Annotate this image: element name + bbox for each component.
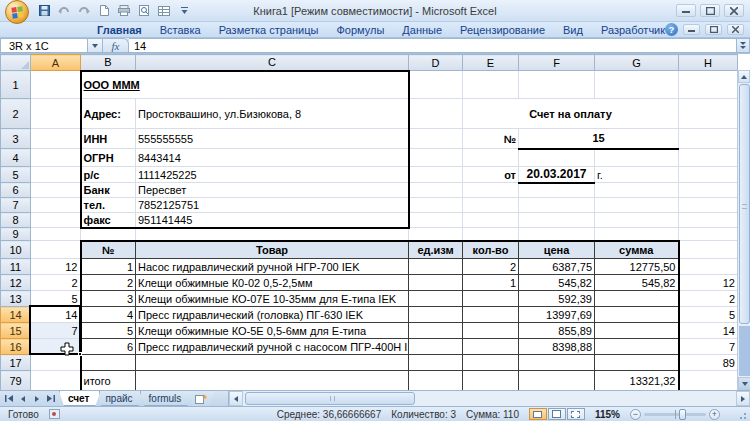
cell-a17[interactable] bbox=[31, 355, 81, 371]
cell-a16-selected[interactable] bbox=[31, 339, 81, 355]
cell[interactable] bbox=[409, 129, 463, 149]
help-icon[interactable]: ? bbox=[665, 23, 678, 36]
tab-formulas[interactable]: Формулы bbox=[327, 22, 393, 38]
cell-a12[interactable]: 2 bbox=[31, 275, 81, 291]
cell-a4[interactable] bbox=[31, 149, 81, 167]
tab-review[interactable]: Рецензирование bbox=[451, 22, 554, 38]
cell[interactable] bbox=[679, 198, 738, 213]
cell-item-product[interactable]: Насос гидравлический ручной НГР-700 IEK bbox=[136, 259, 409, 275]
cell[interactable] bbox=[409, 198, 463, 213]
cell-value-fax[interactable]: 951141445 bbox=[136, 213, 409, 228]
row-header-7[interactable]: 7 bbox=[1, 198, 31, 213]
cell-a1[interactable] bbox=[31, 71, 81, 99]
cell[interactable] bbox=[595, 71, 679, 99]
cell-item-product[interactable]: Клещи обжимные К0-02 0,5-2,5мм bbox=[136, 275, 409, 291]
cell-item-qty[interactable] bbox=[463, 307, 519, 323]
formula-input[interactable]: 14 bbox=[129, 38, 737, 53]
select-all-corner[interactable] bbox=[1, 55, 31, 71]
cell-item-sum[interactable] bbox=[595, 307, 679, 323]
row-header-6[interactable]: 6 bbox=[1, 183, 31, 198]
cell[interactable] bbox=[463, 371, 519, 391]
resize-grip[interactable] bbox=[736, 409, 746, 419]
vertical-scroll-track[interactable] bbox=[739, 326, 750, 376]
cell-label-fax[interactable]: факс bbox=[81, 213, 136, 228]
column-header-b[interactable]: B bbox=[81, 55, 136, 71]
cell-item-price[interactable]: 855,89 bbox=[519, 323, 595, 339]
column-header-d[interactable]: D bbox=[409, 55, 463, 71]
cell-item-sum[interactable] bbox=[595, 323, 679, 339]
cell-value-bank[interactable]: Пересвет bbox=[136, 183, 409, 198]
column-header-c[interactable]: C bbox=[136, 55, 409, 71]
cell-a79[interactable] bbox=[31, 371, 81, 391]
cell-header-qty[interactable]: кол-во bbox=[463, 241, 519, 259]
zoom-in-icon[interactable]: + bbox=[709, 409, 720, 420]
next-sheet-icon[interactable] bbox=[30, 392, 43, 405]
row-header-8[interactable]: 8 bbox=[1, 213, 31, 228]
cell[interactable] bbox=[463, 149, 519, 167]
cell-item-sum[interactable]: 12775,50 bbox=[595, 259, 679, 275]
row-header-1[interactable]: 1 bbox=[1, 71, 31, 99]
row-header-9[interactable]: 9 bbox=[1, 228, 31, 241]
cell-h12[interactable]: 12 bbox=[679, 275, 738, 291]
cell-item-price[interactable]: 6387,75 bbox=[519, 259, 595, 275]
cell-a14-active[interactable]: 14 bbox=[31, 307, 81, 323]
cell[interactable] bbox=[136, 228, 409, 241]
zoom-out-icon[interactable]: − bbox=[630, 409, 641, 420]
cell-a2[interactable] bbox=[31, 99, 81, 129]
cell-header-product[interactable]: Товар bbox=[136, 241, 409, 259]
zoom-slider-track[interactable] bbox=[644, 413, 706, 416]
scroll-right-icon[interactable] bbox=[736, 391, 750, 406]
cell-header-num[interactable]: № bbox=[81, 241, 136, 259]
last-sheet-icon[interactable] bbox=[44, 392, 57, 405]
cell-invoice-date-suffix[interactable]: г. bbox=[595, 167, 679, 183]
cell[interactable] bbox=[409, 371, 463, 391]
cell[interactable] bbox=[595, 228, 679, 241]
scroll-up-icon[interactable] bbox=[738, 70, 750, 83]
cell[interactable] bbox=[679, 71, 738, 99]
cell[interactable] bbox=[679, 99, 738, 129]
cell-a3[interactable] bbox=[31, 129, 81, 149]
cell-a5[interactable] bbox=[31, 167, 81, 183]
cell-header-price[interactable]: цена bbox=[519, 241, 595, 259]
cell-item-price[interactable]: 592,39 bbox=[519, 291, 595, 307]
cell[interactable] bbox=[519, 371, 595, 391]
cell-item-sum[interactable]: 545,82 bbox=[595, 275, 679, 291]
cell-h16[interactable]: 7 bbox=[679, 339, 738, 355]
cell-a13[interactable]: 5 bbox=[31, 291, 81, 307]
cell[interactable] bbox=[679, 213, 738, 228]
insert-worksheet-icon[interactable] bbox=[188, 391, 214, 406]
cell-a10[interactable] bbox=[31, 241, 81, 259]
cell-item-price[interactable]: 545,82 bbox=[519, 275, 595, 291]
cell-item-qty[interactable] bbox=[463, 339, 519, 355]
cell-value-account[interactable]: 1111425225 bbox=[136, 167, 409, 183]
column-header-e[interactable]: E bbox=[463, 55, 519, 71]
vertical-scrollbar[interactable] bbox=[737, 70, 750, 390]
cell[interactable] bbox=[679, 149, 738, 167]
cell-item-product[interactable]: Пресс гидравлический ручной с насосом ПГ… bbox=[136, 339, 409, 355]
cell-invoice-number-label[interactable]: № bbox=[463, 129, 519, 149]
cell-a7[interactable] bbox=[31, 198, 81, 213]
cell-item-unit[interactable] bbox=[409, 259, 463, 275]
cell-value-inn[interactable]: 555555555 bbox=[136, 129, 409, 149]
row-header-15[interactable]: 15 bbox=[1, 323, 31, 339]
row-header-3[interactable]: 3 bbox=[1, 129, 31, 149]
cell-item-product[interactable]: Пресс гидравлический (головка) ПГ-630 IE… bbox=[136, 307, 409, 323]
cell-label-phone[interactable]: тел. bbox=[81, 198, 136, 213]
cell[interactable] bbox=[679, 241, 738, 259]
cell-label-ogrn[interactable]: ОГРН bbox=[81, 149, 136, 167]
horizontal-scroll-track[interactable] bbox=[243, 391, 736, 406]
cell-item-unit[interactable] bbox=[409, 291, 463, 307]
first-sheet-icon[interactable] bbox=[2, 392, 15, 405]
column-header-a[interactable]: A bbox=[31, 55, 81, 71]
cell-item-num[interactable]: 4 bbox=[81, 307, 136, 323]
zoom-slider-thumb[interactable] bbox=[679, 409, 686, 420]
cell-h11[interactable] bbox=[679, 259, 738, 275]
cell[interactable] bbox=[409, 213, 463, 228]
cell-item-qty[interactable] bbox=[463, 291, 519, 307]
row-header-11[interactable]: 11 bbox=[1, 259, 31, 275]
zoom-level[interactable]: 115% bbox=[595, 409, 620, 420]
cell-h15[interactable]: 14 bbox=[679, 323, 738, 339]
cell-invoice-title[interactable]: Счет на оплату bbox=[463, 99, 679, 129]
cell-item-qty[interactable] bbox=[463, 323, 519, 339]
tab-insert[interactable]: Вставка bbox=[151, 22, 210, 38]
